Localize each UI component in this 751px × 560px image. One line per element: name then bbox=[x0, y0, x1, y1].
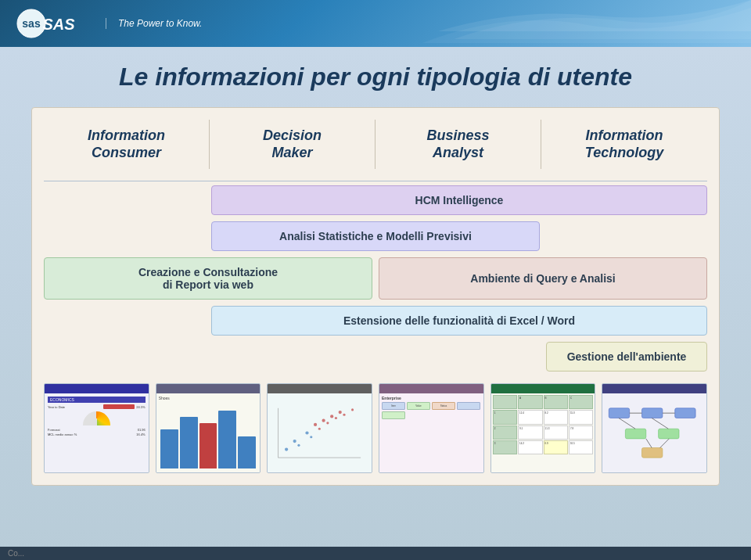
screenshot-2: Shoes bbox=[156, 383, 261, 473]
svg-line-30 bbox=[660, 439, 670, 448]
svg-rect-24 bbox=[642, 448, 663, 458]
feature-analisi-label: Analisi Statistiche e Modelli Previsivi bbox=[279, 230, 472, 242]
role-headers: Information Consumer Decision Maker Busi… bbox=[44, 120, 707, 169]
svg-point-13 bbox=[327, 422, 329, 424]
copyright-bar: Co... bbox=[0, 547, 751, 560]
svg-point-10 bbox=[298, 444, 300, 447]
svg-point-4 bbox=[293, 440, 296, 443]
feature-creazione: Creazione e Consultazionedi Report via w… bbox=[44, 257, 372, 300]
header-tagline: The Power to Know. bbox=[106, 18, 202, 29]
svg-line-29 bbox=[646, 439, 652, 448]
svg-point-8 bbox=[330, 415, 333, 418]
feature-hcm: HCM Intelligence bbox=[211, 185, 707, 215]
feature-hcm-label: HCM Intelligence bbox=[415, 194, 504, 206]
svg-point-6 bbox=[314, 423, 317, 426]
svg-point-3 bbox=[285, 448, 288, 451]
role-information-technology: Information Technology bbox=[541, 120, 707, 169]
feature-estensione: Estensione delle funzionalità di Excel /… bbox=[211, 306, 707, 336]
role-label-information-consumer: Information Consumer bbox=[56, 127, 197, 161]
feature-ambiente: Ambiente di Query e Analisi bbox=[379, 257, 707, 300]
svg-point-15 bbox=[343, 414, 346, 416]
main-card: Information Consumer Decision Maker Busi… bbox=[31, 107, 720, 486]
page-title: Le informazioni per ogni tipologia di ut… bbox=[31, 63, 720, 92]
svg-rect-19 bbox=[609, 408, 630, 418]
svg-rect-22 bbox=[626, 429, 646, 439]
svg-point-16 bbox=[351, 409, 354, 411]
svg-point-9 bbox=[339, 411, 342, 414]
role-label-decision-maker: Decision Maker bbox=[221, 127, 363, 161]
features-grid: HCM Intelligence Analisi Statistiche e M… bbox=[44, 185, 707, 372]
role-label-business-analyst: Business Analyst bbox=[387, 127, 529, 161]
svg-point-5 bbox=[306, 432, 309, 435]
role-business-analyst: Business Analyst bbox=[376, 120, 541, 169]
screenshot-4: Enterprise Item Value Status bbox=[379, 383, 484, 473]
svg-line-27 bbox=[619, 418, 635, 429]
feature-creazione-label: Creazione e Consultazionedi Report via w… bbox=[138, 266, 278, 291]
header: sas SAS The Power to Know. bbox=[0, 0, 751, 47]
feature-estensione-label: Estensione delle funzionalità di Excel /… bbox=[343, 314, 575, 327]
role-information-consumer: Information Consumer bbox=[44, 120, 210, 169]
role-decision-maker: Decision Maker bbox=[210, 120, 376, 169]
screenshot-6 bbox=[602, 383, 707, 473]
logo-area: sas SAS The Power to Know. bbox=[16, 8, 202, 39]
role-label-information-technology: Information Technology bbox=[553, 127, 695, 161]
feature-gestione-label: Gestione dell'ambiente bbox=[567, 350, 687, 363]
svg-point-7 bbox=[322, 419, 325, 422]
svg-rect-23 bbox=[659, 429, 679, 439]
svg-point-12 bbox=[318, 428, 321, 430]
screenshot-5: A B C 1 12.4 8.2 15.0 2 9.1 11.3 7.8 3 1… bbox=[490, 383, 596, 473]
flow-diagram bbox=[605, 396, 704, 470]
svg-point-11 bbox=[311, 436, 313, 438]
screenshot-1: ECONOMICS Year to Date 24.5% Forecast 01… bbox=[44, 383, 149, 473]
svg-text:SAS: SAS bbox=[42, 16, 75, 33]
svg-rect-21 bbox=[675, 408, 695, 418]
header-decoration bbox=[360, 0, 751, 47]
svg-line-28 bbox=[652, 418, 669, 429]
feature-gestione: Gestione dell'ambiente bbox=[546, 342, 707, 372]
feature-ambiente-label: Ambiente di Query e Analisi bbox=[470, 272, 615, 285]
main-content: Le informazioni per ogni tipologia di ut… bbox=[0, 47, 751, 560]
sas-logo-svg: sas SAS bbox=[16, 8, 86, 39]
screenshot-3 bbox=[267, 383, 372, 473]
svg-rect-20 bbox=[642, 408, 663, 418]
svg-text:sas: sas bbox=[22, 17, 41, 30]
scatter-chart bbox=[270, 396, 369, 470]
copyright-text: Co... bbox=[8, 549, 24, 558]
screenshots-row: ECONOMICS Year to Date 24.5% Forecast 01… bbox=[44, 383, 707, 473]
header-divider bbox=[44, 181, 707, 181]
feature-analisi: Analisi Statistiche e Modelli Previsivi bbox=[211, 221, 540, 251]
svg-point-14 bbox=[335, 417, 337, 419]
